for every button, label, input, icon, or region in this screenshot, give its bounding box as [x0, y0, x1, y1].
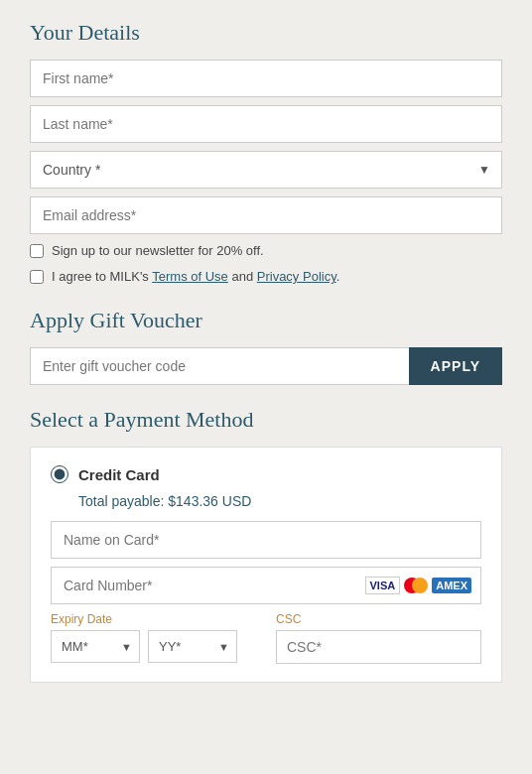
expiry-label: Expiry Date: [51, 612, 256, 626]
expiry-yy-wrapper: YY* 24 25 26 27 28 ▼: [148, 630, 237, 663]
gift-voucher-section: Apply Gift Voucher APPLY: [30, 308, 502, 385]
total-payable: Total payable: $143.36 USD: [78, 493, 481, 509]
country-group: Country * United States United Kingdom A…: [30, 151, 502, 189]
expiry-dropdowns: MM* 01 02 03 04 05 06 07 08 09 10 11: [51, 630, 256, 663]
newsletter-label: Sign up to our newsletter for 20% off.: [52, 242, 264, 260]
terms-group: I agree to MILK's Terms of Use and Priva…: [30, 268, 502, 286]
gift-voucher-input[interactable]: [30, 347, 409, 385]
name-on-card-input[interactable]: [51, 521, 481, 559]
terms-checkbox[interactable]: [30, 270, 44, 284]
your-details-title: Your Details: [30, 20, 502, 46]
csc-section: CSC: [276, 612, 481, 664]
terms-and: and: [228, 269, 257, 284]
csc-input[interactable]: [276, 630, 481, 664]
terms-of-use-link[interactable]: Terms of Use: [152, 269, 228, 284]
credit-card-radio[interactable]: [51, 465, 68, 483]
newsletter-checkbox[interactable]: [30, 244, 44, 258]
payment-section: Select a Payment Method Credit Card Tota…: [30, 407, 502, 683]
amex-icon: AMEX: [432, 578, 471, 593]
terms-label: I agree to MILK's Terms of Use and Priva…: [52, 268, 339, 286]
gift-voucher-title: Apply Gift Voucher: [30, 308, 502, 333]
terms-suffix: .: [336, 269, 340, 284]
name-on-card-group: [51, 521, 481, 559]
first-name-group: [30, 60, 502, 97]
expiry-mm-select[interactable]: MM* 01 02 03 04 05 06 07 08 09 10 11: [51, 630, 140, 663]
last-name-input[interactable]: [30, 105, 502, 143]
email-group: [30, 196, 502, 234]
first-name-input[interactable]: [30, 60, 502, 97]
expiry-mm-wrapper: MM* 01 02 03 04 05 06 07 08 09 10 11: [51, 630, 140, 663]
newsletter-group: Sign up to our newsletter for 20% off.: [30, 242, 502, 260]
terms-prefix: I agree to MILK's: [52, 269, 152, 284]
payment-box: Credit Card Total payable: $143.36 USD V…: [30, 447, 502, 683]
card-icons: VISA AMEX: [365, 577, 471, 594]
payment-title: Select a Payment Method: [30, 407, 502, 433]
csc-label: CSC: [276, 612, 481, 626]
expiry-csc-row: Expiry Date MM* 01 02 03 04 05 06 07 08: [51, 612, 481, 664]
voucher-row: APPLY: [30, 347, 502, 385]
country-select[interactable]: Country * United States United Kingdom A…: [30, 151, 502, 189]
apply-voucher-button[interactable]: APPLY: [409, 347, 502, 385]
last-name-group: [30, 105, 502, 143]
mastercard-icon: [404, 578, 428, 593]
expiry-yy-select[interactable]: YY* 24 25 26 27 28: [148, 630, 237, 663]
credit-card-label: Credit Card: [78, 466, 160, 483]
privacy-policy-link[interactable]: Privacy Policy: [257, 269, 336, 284]
expiry-section: Expiry Date MM* 01 02 03 04 05 06 07 08: [51, 612, 256, 664]
credit-card-option: Credit Card: [51, 465, 481, 483]
email-input[interactable]: [30, 196, 502, 234]
card-number-group: VISA AMEX: [51, 567, 481, 604]
country-select-wrapper: Country * United States United Kingdom A…: [30, 151, 502, 189]
visa-icon: VISA: [365, 577, 401, 594]
